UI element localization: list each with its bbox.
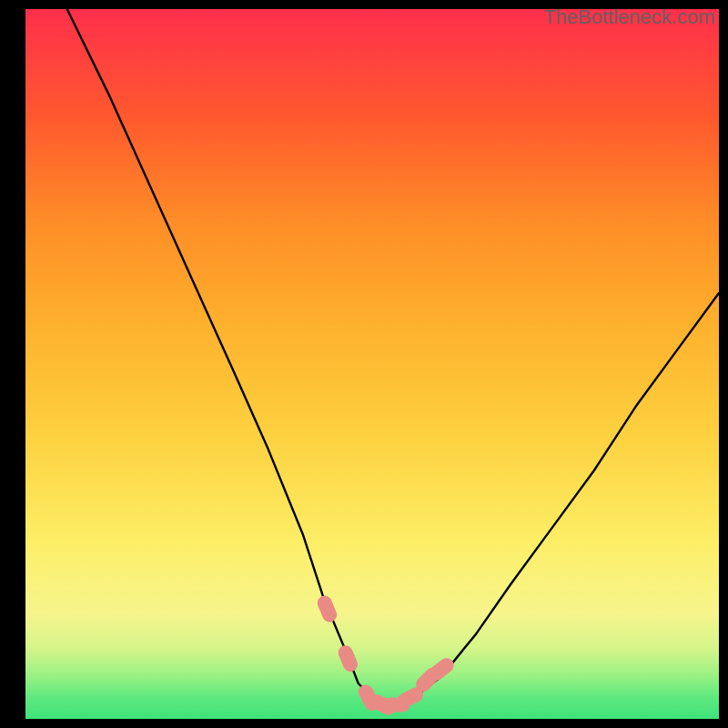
attribution-text: TheBottleneck.com — [544, 5, 715, 29]
chart-svg — [0, 0, 728, 728]
plot-background — [25, 9, 719, 719]
bottleneck-chart: TheBottleneck.com — [0, 0, 728, 728]
